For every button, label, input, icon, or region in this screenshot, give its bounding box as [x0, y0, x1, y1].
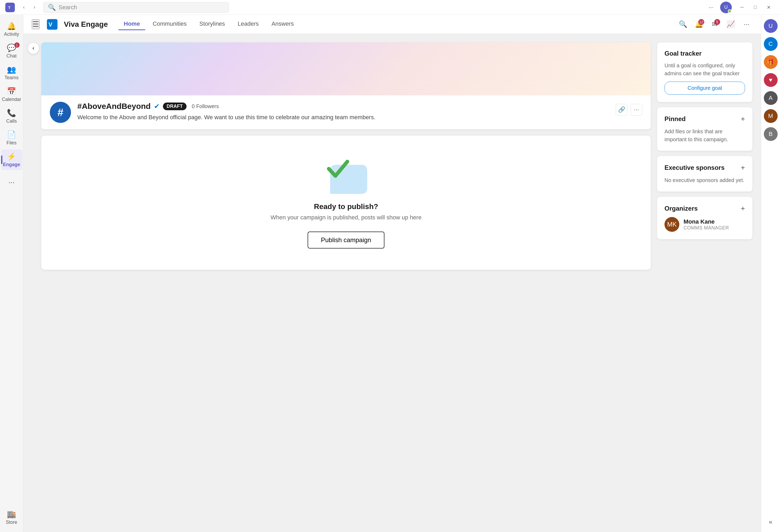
goal-tracker-card: Goal tracker Until a goal is configured,…	[657, 42, 752, 102]
publish-title: Ready to publish?	[314, 202, 378, 211]
nav-item-communities[interactable]: Communities	[147, 18, 192, 30]
right-panel-avatar-6[interactable]: M	[764, 109, 778, 123]
app-body: 🔔 Activity 1 💬 Chat 👥 Teams 📅 Calendar 📞…	[0, 15, 780, 532]
notifications-badge: 12	[698, 19, 704, 25]
forward-button[interactable]: ›	[30, 3, 39, 12]
executive-sponsors-description: No executive sponsors added yet.	[665, 176, 745, 184]
close-button[interactable]: ✕	[763, 3, 775, 12]
search-placeholder: Search	[58, 4, 77, 11]
right-panel-avatar-1[interactable]: U	[764, 19, 778, 33]
organizer-info: Mona Kane COMMS MANAGER	[684, 218, 729, 231]
messages-badge: 5	[714, 19, 720, 25]
sidebar-item-teams[interactable]: 👥 Teams	[1, 62, 22, 83]
search-icon: 🔍	[48, 4, 56, 11]
calls-icon: 📞	[7, 109, 16, 117]
executive-sponsors-add-button[interactable]: +	[741, 163, 745, 172]
nav-item-home[interactable]: Home	[118, 18, 145, 30]
search-bar[interactable]: 🔍 Search	[43, 2, 229, 13]
analytics-button[interactable]: 📈	[725, 18, 737, 30]
sidebar-item-store[interactable]: 🏬 Store	[1, 507, 22, 528]
teams-logo: T	[5, 3, 15, 12]
notifications-button[interactable]: 🔔 12	[693, 18, 705, 30]
main-content: ‹ # #AboveAndBeyond ✔ DRAFT	[23, 34, 761, 532]
organizers-card: Organizers + MK Mona Kane COMMS MANAGER	[657, 197, 752, 239]
executive-sponsors-card: Executive sponsors + No executive sponso…	[657, 156, 752, 192]
user-avatar-title[interactable]: U	[720, 2, 732, 13]
sidebar-item-files[interactable]: 📄 Files	[1, 128, 22, 148]
pinned-card: Pinned + Add files or links that are imp…	[657, 107, 752, 151]
configure-goal-button[interactable]: Configure goal	[665, 82, 745, 95]
right-panel: U C 🎁 ♥ A M B «	[761, 15, 780, 532]
messages-button[interactable]: ✉ 5	[709, 18, 721, 30]
sidebar-item-calendar[interactable]: 📅 Calendar	[1, 84, 22, 105]
viva-engage-logo: V	[47, 19, 57, 30]
back-button[interactable]: ‹	[19, 3, 29, 12]
more-apps-button[interactable]: ···	[6, 176, 17, 189]
pinned-add-button[interactable]: +	[741, 115, 745, 123]
nav-item-leaders[interactable]: Leaders	[232, 18, 264, 30]
verified-icon: ✔	[154, 102, 160, 110]
publish-illustration	[325, 157, 367, 194]
campaign-banner	[41, 42, 651, 95]
maximize-button[interactable]: □	[749, 3, 762, 12]
app-nav: Home Communities Storylines Leaders Answ…	[118, 18, 299, 30]
sidebar-item-chat[interactable]: 1 💬 Chat	[1, 41, 22, 61]
hero-actions: 🔗 ···	[616, 104, 642, 115]
sidebar-bottom: 🏬 Store	[1, 507, 22, 528]
right-panel-avatar-3[interactable]: 🎁	[764, 55, 778, 69]
followers-count: 0 Followers	[192, 103, 219, 109]
campaign-details: #AboveAndBeyond ✔ DRAFT 0 Followers Welc…	[78, 102, 610, 122]
organizers-header: Organizers +	[665, 204, 745, 213]
title-bar-left: T ‹ › 🔍 Search	[5, 2, 229, 13]
back-navigation-button[interactable]: ‹	[28, 42, 39, 54]
title-bar: T ‹ › 🔍 Search ··· U ─ □ ✕	[0, 0, 780, 15]
sidebar-item-activity[interactable]: 🔔 Activity	[1, 19, 22, 40]
nav-arrows: ‹ ›	[19, 3, 39, 12]
executive-sponsors-title: Executive sponsors	[665, 164, 725, 172]
header-actions: 🔍 🔔 12 ✉ 5 📈 ···	[677, 18, 752, 30]
title-bar-right: ··· U ─ □ ✕	[706, 2, 775, 13]
teams-icon: 👥	[7, 65, 16, 74]
goal-tracker-description: Until a goal is configured, only admins …	[665, 61, 745, 77]
organizer-name: Mona Kane	[684, 218, 729, 225]
more-header-button[interactable]: ···	[741, 18, 752, 30]
collapse-right-panel-button[interactable]: «	[767, 516, 774, 528]
online-indicator	[728, 9, 732, 13]
pinned-header: Pinned +	[665, 115, 745, 123]
right-panel-avatar-5[interactable]: A	[764, 91, 778, 105]
publish-campaign-button[interactable]: Publish campaign	[307, 232, 384, 248]
svg-text:V: V	[48, 21, 52, 28]
organizer-avatar: MK	[665, 217, 679, 232]
left-column: # #AboveAndBeyond ✔ DRAFT 0 Followers We…	[41, 42, 651, 524]
hamburger-button[interactable]: ☰	[32, 19, 40, 29]
right-panel-avatar-7[interactable]: B	[764, 127, 778, 141]
store-icon: 🏬	[7, 510, 16, 519]
minimize-button[interactable]: ─	[736, 3, 748, 12]
sidebar-item-engage[interactable]: ⚡ Engage	[1, 149, 22, 170]
hero-info: # #AboveAndBeyond ✔ DRAFT 0 Followers We…	[41, 95, 651, 129]
left-sidebar: 🔔 Activity 1 💬 Chat 👥 Teams 📅 Calendar 📞…	[0, 15, 23, 532]
app-header: ☰ V Viva Engage Home Communities Storyli…	[23, 15, 761, 34]
sidebar-item-calls[interactable]: 📞 Calls	[1, 106, 22, 127]
campaign-icon: #	[50, 102, 71, 123]
checkmark-svg	[325, 157, 351, 181]
hashtag-symbol: #	[57, 106, 63, 118]
nav-item-storylines[interactable]: Storylines	[194, 18, 231, 30]
more-actions-button[interactable]: ···	[631, 104, 642, 115]
more-options-icon[interactable]: ···	[706, 3, 716, 12]
campaign-title-row: #AboveAndBeyond ✔ DRAFT 0 Followers	[78, 102, 610, 111]
right-column: Goal tracker Until a goal is configured,…	[657, 42, 752, 524]
pinned-title: Pinned	[665, 115, 686, 123]
chat-badge: 1	[14, 42, 19, 48]
right-panel-avatar-2[interactable]: C	[764, 37, 778, 51]
search-header-button[interactable]: 🔍	[677, 18, 689, 30]
link-button[interactable]: 🔗	[616, 104, 627, 115]
campaign-title: #AboveAndBeyond	[78, 102, 151, 111]
right-panel-avatar-4[interactable]: ♥	[764, 73, 778, 87]
organizer-row: MK Mona Kane COMMS MANAGER	[665, 217, 745, 232]
organizers-add-button[interactable]: +	[741, 204, 745, 213]
calendar-icon: 📅	[7, 87, 16, 96]
engage-icon: ⚡	[7, 152, 16, 161]
nav-item-answers[interactable]: Answers	[266, 18, 299, 30]
organizer-role: COMMS MANAGER	[684, 225, 729, 231]
